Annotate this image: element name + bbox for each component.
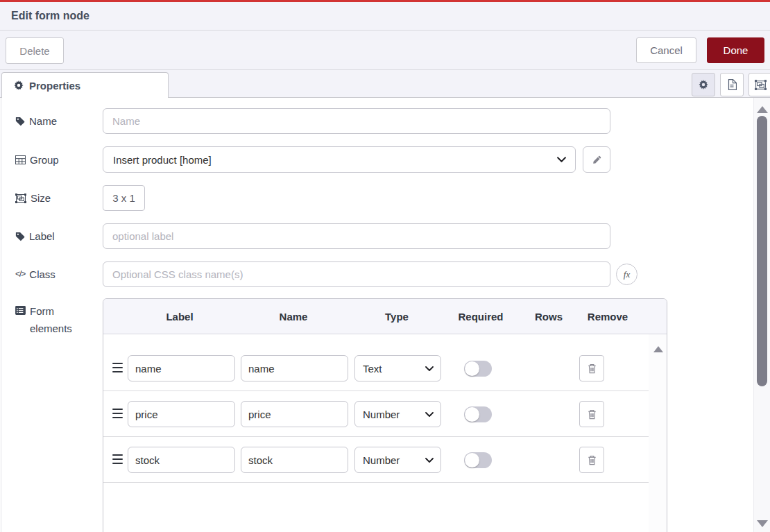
- cancel-button[interactable]: Cancel: [636, 37, 696, 63]
- form-elements-field-label: Form elements: [15, 302, 93, 337]
- delete-element-button[interactable]: [579, 401, 604, 427]
- group-field-label: Group: [15, 151, 93, 169]
- edit-group-button[interactable]: [583, 146, 610, 173]
- drag-handle-icon[interactable]: [112, 408, 123, 419]
- properties-panel: Name Group Insert product [home]: [0, 98, 770, 532]
- dialog-title: Edit form node: [0, 10, 89, 22]
- form-elements-table: Label Name Type Required Rows Remove Tex…: [103, 298, 667, 532]
- label-input[interactable]: [103, 223, 610, 249]
- form-elements-rows: Text: [103, 334, 649, 483]
- size-field-label: Size: [15, 189, 93, 207]
- dialog-header: Edit form node: [0, 2, 770, 31]
- toggle-knob: [465, 361, 479, 376]
- element-type-select[interactable]: Number: [354, 447, 441, 473]
- name-input[interactable]: [103, 108, 610, 134]
- trash-icon: [587, 409, 597, 420]
- column-header-rows: Rows: [535, 299, 563, 334]
- pencil-icon: [592, 155, 601, 164]
- label-field-label: Label: [15, 228, 93, 245]
- element-name-input[interactable]: [241, 355, 348, 381]
- trash-icon: [587, 454, 597, 466]
- tab-properties[interactable]: Properties: [1, 72, 169, 98]
- drag-handle-icon[interactable]: [112, 362, 123, 373]
- tab-properties-label: Properties: [29, 80, 80, 92]
- chevron-down-icon: [425, 458, 434, 463]
- delete-element-button[interactable]: [579, 355, 604, 381]
- edit-form-node-dialog: Edit form node Delete Cancel Done Proper…: [0, 0, 770, 532]
- element-type-select[interactable]: Number: [354, 401, 441, 427]
- code-icon: </>: [15, 266, 25, 283]
- panel-scrollbar[interactable]: [753, 98, 770, 532]
- dialog-button-bar: Delete Cancel Done: [0, 31, 770, 70]
- scroll-up-icon[interactable]: [757, 106, 768, 113]
- size-button[interactable]: 3 x 1: [103, 185, 145, 211]
- column-header-name: Name: [280, 299, 308, 334]
- required-toggle[interactable]: [464, 452, 492, 468]
- column-header-type: Type: [385, 299, 409, 334]
- element-name-input[interactable]: [241, 447, 348, 473]
- description-view-button[interactable]: [720, 73, 744, 96]
- table-scrollbar[interactable]: [649, 334, 667, 532]
- properties-view-button[interactable]: [692, 73, 715, 96]
- scroll-down-icon[interactable]: [757, 520, 768, 527]
- tag-icon: [15, 232, 25, 241]
- toggle-knob: [465, 453, 479, 467]
- delete-button[interactable]: Delete: [6, 37, 64, 64]
- element-label-input[interactable]: [128, 355, 235, 381]
- element-name-input[interactable]: [241, 401, 348, 427]
- done-button[interactable]: Done: [707, 37, 764, 63]
- group-select[interactable]: Insert product [home]: [103, 146, 576, 173]
- required-toggle[interactable]: [464, 361, 492, 377]
- chevron-down-icon: [557, 157, 566, 162]
- scrollbar-thumb[interactable]: [757, 116, 767, 386]
- class-input[interactable]: [103, 261, 610, 287]
- expression-button[interactable]: fx: [616, 264, 638, 285]
- tag-icon: [15, 117, 25, 126]
- chevron-down-icon: [425, 366, 434, 371]
- fx-icon: fx: [624, 269, 630, 280]
- table-row: Number: [103, 437, 649, 483]
- chevron-down-icon: [425, 412, 434, 417]
- element-label-input[interactable]: [128, 447, 235, 473]
- trash-icon: [587, 363, 597, 375]
- column-header-remove: Remove: [588, 299, 628, 334]
- panel-left-edge: [1, 98, 1, 532]
- required-toggle[interactable]: [464, 406, 492, 422]
- group-select-value: Insert product [home]: [113, 154, 212, 166]
- scroll-up-icon[interactable]: [653, 346, 663, 352]
- class-field-label: </> Class: [15, 266, 93, 283]
- object-group-icon: [15, 194, 26, 203]
- table-row: Number: [103, 391, 649, 437]
- column-header-label: Label: [166, 299, 193, 334]
- toggle-knob: [465, 407, 479, 422]
- form-elements-table-header: Label Name Type Required Rows Remove: [103, 299, 667, 334]
- element-label-input[interactable]: [128, 401, 235, 427]
- gear-icon: [14, 80, 24, 90]
- name-field-label: Name: [15, 112, 93, 130]
- delete-element-button[interactable]: [579, 447, 604, 473]
- gear-icon: [699, 80, 708, 89]
- list-icon: [15, 306, 26, 315]
- drag-handle-icon[interactable]: [112, 454, 123, 465]
- table-row: Text: [103, 345, 649, 391]
- appearance-view-button[interactable]: [748, 73, 770, 96]
- object-group-icon: [755, 80, 767, 90]
- element-type-select[interactable]: Text: [354, 355, 441, 381]
- file-icon: [727, 79, 737, 90]
- table-icon: [15, 155, 26, 164]
- tab-bar: Properties: [0, 70, 770, 98]
- column-header-required: Required: [458, 299, 503, 334]
